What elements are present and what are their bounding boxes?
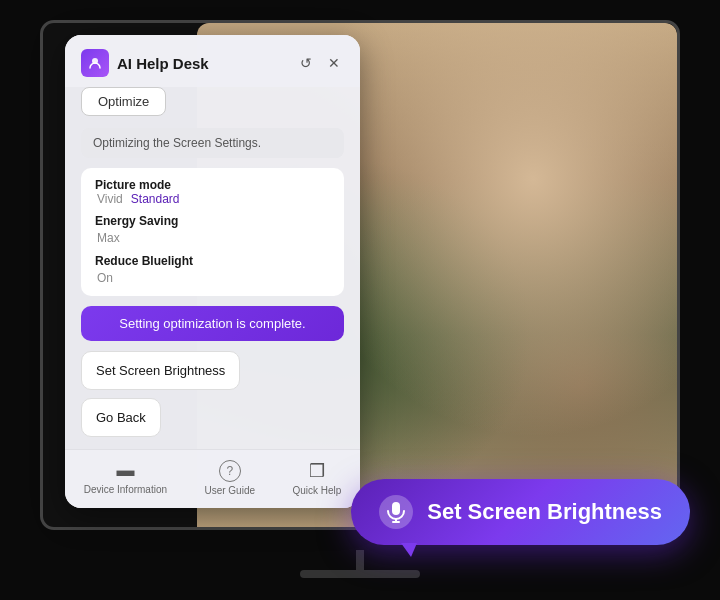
setting-name-bluelight: Reduce Bluelight (95, 254, 330, 268)
close-button[interactable]: ✕ (324, 53, 344, 73)
optimize-button[interactable]: Optimize (81, 87, 166, 116)
panel-footer: ▬ Device Information ? User Guide ❒ Quic… (65, 449, 360, 508)
setting-value-bluelight: On (97, 271, 113, 285)
optimization-complete-banner: Setting optimization is complete. (81, 306, 344, 341)
footer-user-guide[interactable]: ? User Guide (204, 460, 255, 496)
guide-icon: ? (219, 460, 241, 482)
setting-value-energy: Max (97, 231, 120, 245)
setting-row-bluelight: Reduce Bluelight On (95, 254, 330, 286)
status-text: Optimizing the Screen Settings. (93, 136, 261, 150)
set-brightness-button[interactable]: Set Screen Brightness (81, 351, 240, 390)
ai-helpdesk-panel: AI Help Desk ↺ ✕ Optimize Optimizing the… (65, 35, 360, 508)
completion-text: Setting optimization is complete. (119, 316, 305, 331)
panel-header: AI Help Desk ↺ ✕ (65, 35, 360, 87)
ai-icon (81, 49, 109, 77)
panel-controls: ↺ ✕ (296, 53, 344, 73)
reset-button[interactable]: ↺ (296, 53, 316, 73)
setting-row-energy: Energy Saving Max (95, 214, 330, 246)
guide-label: User Guide (204, 485, 255, 496)
quickhelp-label: Quick Help (292, 485, 341, 496)
tv-stand (356, 550, 364, 570)
setting-value-active-picture: Standard (131, 192, 180, 206)
voice-bubble: Set Screen Brightness (351, 479, 690, 545)
svg-rect-1 (392, 502, 400, 515)
panel-title: AI Help Desk (117, 55, 209, 72)
setting-name-energy: Energy Saving (95, 214, 330, 228)
quickhelp-icon: ❒ (309, 460, 325, 482)
go-back-button[interactable]: Go Back (81, 398, 161, 437)
microphone-icon (379, 495, 413, 529)
voice-bubble-text: Set Screen Brightness (427, 499, 662, 525)
setting-row-picture: Picture mode Vivid Standard (95, 178, 330, 206)
device-label: Device Information (84, 484, 167, 495)
footer-device-info[interactable]: ▬ Device Information (84, 460, 167, 496)
footer-quick-help[interactable]: ❒ Quick Help (292, 460, 341, 496)
title-group: AI Help Desk (81, 49, 209, 77)
setting-value-row-picture: Vivid Standard (95, 192, 330, 206)
tv-base (300, 570, 420, 578)
device-icon: ▬ (116, 460, 134, 481)
settings-box: Picture mode Vivid Standard Energy Savin… (81, 168, 344, 296)
status-bar: Optimizing the Screen Settings. (81, 128, 344, 158)
setting-value-picture: Vivid (97, 192, 123, 206)
setting-name-picture: Picture mode (95, 178, 330, 192)
